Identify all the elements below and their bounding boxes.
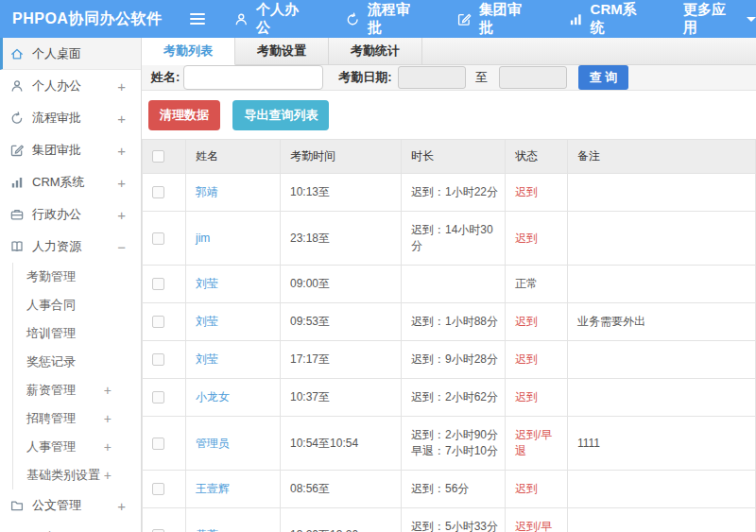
duration-line: 早退：7小时10分: [411, 443, 499, 459]
duration-line: 迟到：2小时90分: [411, 427, 499, 443]
tab-attendance-stats[interactable]: 考勤统计: [329, 38, 422, 64]
name-cell[interactable]: 小龙女: [186, 379, 281, 417]
sidebar-subitem-label: 人事合同: [26, 297, 76, 314]
row-checkbox[interactable]: [152, 186, 164, 198]
row-checkbox-cell: [143, 508, 186, 532]
nav-item-crm-system[interactable]: CRM系统: [568, 1, 649, 37]
user-icon: [233, 11, 249, 27]
date-to-label: 至: [475, 69, 488, 86]
date-from-input[interactable]: [398, 66, 466, 89]
sidebar-subitem-label: 培训管理: [26, 325, 76, 342]
sidebar-item-workflow-approval[interactable]: 流程审批+: [0, 102, 141, 134]
duration-cell: 迟到：1小时22分: [402, 174, 506, 212]
table-row: 刘莹09:53至迟到：1小时88分迟到业务需要外出: [143, 303, 756, 341]
duration-line: 迟到：1小时22分: [411, 184, 499, 200]
nav-item-label: 更多应用: [683, 1, 738, 37]
nav-item-more-apps[interactable]: 更多应用: [683, 1, 756, 37]
sidebar-item-group-approval[interactable]: 集团审批+: [0, 134, 141, 166]
table-row: 管理员10:54至10:54迟到：2小时90分早退：7小时10分迟到/早退111…: [143, 417, 756, 471]
table-row: 王壹辉08:56至迟到：56分迟到: [143, 471, 756, 508]
sidebar-item-document-management[interactable]: 公文管理+: [0, 489, 141, 522]
row-checkbox[interactable]: [152, 391, 164, 403]
sidebar-subitem-reward-punishment-records[interactable]: 奖惩记录: [13, 348, 141, 376]
sidebar-item-personal-desktop[interactable]: 个人桌面: [0, 38, 141, 70]
sidebar-subitem-label: 招聘管理: [26, 410, 76, 427]
expand-toggle-icon[interactable]: +: [104, 411, 112, 426]
sidebar-item-admin-office[interactable]: 行政办公+: [0, 198, 141, 231]
name-cell[interactable]: 黄蓉: [186, 508, 281, 532]
sidebar-subitem-training-management[interactable]: 培训管理: [13, 319, 141, 348]
note-cell: [568, 471, 756, 508]
duration-line: 迟到：14小时30分: [411, 222, 499, 254]
table-row: 郭靖10:13至迟到：1小时22分迟到: [143, 174, 756, 212]
clear-data-button[interactable]: 清理数据: [148, 100, 220, 130]
tab-attendance-settings[interactable]: 考勤设置: [235, 38, 329, 64]
note-cell: 业务需要外出: [568, 303, 756, 341]
nav-item-workflow-approval[interactable]: 流程审批: [345, 1, 422, 37]
note-cell: [568, 174, 756, 212]
edit-icon: [9, 143, 25, 158]
main-content: 考勤列表考勤设置考勤统计 姓名: 考勤日期: 至 查 询 清理数据 导出查询列表…: [142, 38, 756, 532]
duration-line: 迟到：5小时33分: [411, 519, 499, 532]
row-checkbox-cell: [143, 212, 186, 266]
table-row: 小龙女10:37至迟到：2小时62分迟到: [143, 379, 756, 417]
row-checkbox[interactable]: [152, 483, 164, 495]
sidebar-subitem-personnel-contract[interactable]: 人事合同: [13, 291, 141, 319]
duration-cell: 迟到：14小时30分: [402, 212, 506, 266]
status-cell: 迟到/早退: [506, 417, 568, 471]
nav-item-personal-office[interactable]: 个人办公: [233, 1, 311, 37]
name-cell[interactable]: 管理员: [186, 417, 281, 471]
sidebar-item-vehicle-management[interactable]: 用车管理+: [0, 522, 141, 532]
export-list-button[interactable]: 导出查询列表: [232, 100, 329, 130]
name-cell[interactable]: 王壹辉: [186, 471, 281, 508]
expand-toggle-icon[interactable]: +: [117, 111, 126, 127]
name-cell[interactable]: 郭靖: [186, 174, 281, 212]
expand-toggle-icon[interactable]: +: [117, 143, 126, 159]
row-checkbox[interactable]: [152, 232, 164, 245]
sidebar-item-human-resources[interactable]: 人力资源−: [0, 231, 141, 263]
menu-toggle-icon[interactable]: [190, 13, 206, 25]
sidebar-subitem-personnel-management[interactable]: 人事管理+: [13, 433, 141, 461]
table-row: 刘莹17:17至迟到：9小时28分迟到: [143, 341, 756, 379]
row-checkbox[interactable]: [152, 529, 164, 532]
expand-toggle-icon[interactable]: +: [104, 439, 112, 455]
name-cell[interactable]: jim: [186, 212, 281, 266]
sidebar-subitem-basic-category-settings[interactable]: 基础类别设置+: [13, 461, 141, 489]
row-checkbox[interactable]: [152, 278, 164, 290]
caret-down-icon: [747, 17, 756, 22]
name-cell[interactable]: 刘莹: [186, 341, 281, 379]
sidebar-subitem-attendance-management[interactable]: 考勤管理: [13, 263, 141, 291]
column-header: 时长: [402, 140, 506, 174]
expand-toggle-icon[interactable]: −: [117, 239, 126, 255]
nav-item-group-approval[interactable]: 集团审批: [456, 1, 534, 37]
expand-toggle-icon[interactable]: +: [117, 207, 126, 223]
expand-toggle-icon[interactable]: +: [117, 78, 126, 94]
expand-toggle-icon[interactable]: +: [104, 468, 112, 483]
time-cell: 23:18至: [281, 212, 402, 266]
app-title: PHPOA协同办公软件: [0, 9, 173, 29]
expand-toggle-icon[interactable]: +: [117, 498, 126, 514]
name-cell[interactable]: 刘莹: [186, 303, 281, 341]
time-cell: 09:00至: [281, 266, 402, 303]
sidebar-subitem-salary-management[interactable]: 薪资管理+: [13, 376, 141, 404]
search-button[interactable]: 查 询: [578, 65, 629, 90]
row-checkbox[interactable]: [152, 316, 164, 328]
sidebar-item-crm-system[interactable]: CRM系统+: [0, 166, 141, 198]
tab-attendance-list[interactable]: 考勤列表: [142, 38, 235, 65]
select-all-checkbox[interactable]: [152, 150, 164, 163]
sidebar-subitem-recruitment-management[interactable]: 招聘管理+: [13, 404, 141, 433]
sidebar: 个人桌面个人办公+流程审批+集团审批+CRM系统+行政办公+人力资源−考勤管理人…: [0, 38, 142, 532]
name-cell[interactable]: 刘莹: [186, 266, 281, 303]
row-checkbox[interactable]: [152, 353, 164, 366]
expand-toggle-icon[interactable]: +: [104, 383, 112, 398]
expand-toggle-icon[interactable]: +: [117, 175, 126, 191]
sidebar-item-label: 集团审批: [32, 142, 81, 159]
nav-item-label: 个人办公: [256, 1, 311, 37]
date-to-input[interactable]: [499, 66, 567, 89]
name-input[interactable]: [183, 65, 323, 90]
row-checkbox[interactable]: [152, 438, 164, 450]
status-cell: 迟到: [506, 379, 568, 417]
duration-line: 迟到：2小时62分: [411, 389, 499, 405]
column-header: 备注: [568, 140, 756, 174]
sidebar-item-personal-office[interactable]: 个人办公+: [0, 70, 141, 102]
